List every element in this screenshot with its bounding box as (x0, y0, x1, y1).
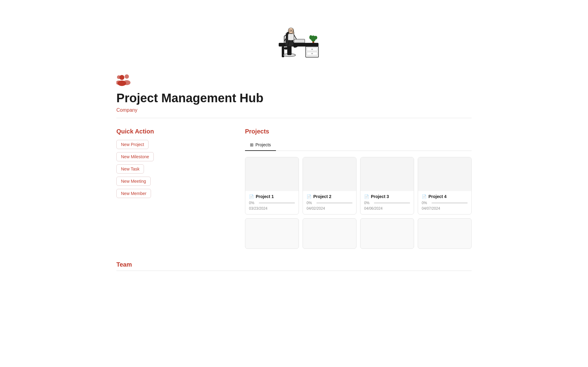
project-progress-row-3: 0% (364, 201, 410, 205)
tab-projects-label: Projects (255, 142, 271, 147)
progress-bar-bg-4 (432, 202, 468, 204)
projects-grid: 📄 Project 1 0% 03/23/2024 (245, 157, 472, 215)
new-milestone-button[interactable]: New Milestone (116, 152, 154, 161)
grid-icon: ⊞ (250, 142, 254, 147)
svg-line-19 (294, 35, 296, 39)
progress-bar-bg-3 (374, 202, 410, 204)
project-date-4: 04/07/2024 (422, 206, 468, 211)
project-card-3[interactable]: 📄 Project 3 0% 04/06/2024 (360, 157, 414, 215)
project-card-title-2: 📄 Project 2 (307, 194, 352, 199)
progress-bar-bg-1 (259, 202, 295, 204)
quick-action-list: New Project New Milestone New Task New M… (116, 140, 233, 198)
svg-rect-0 (279, 43, 318, 47)
project-card-body-4: 📄 Project 4 0% 04/07/2024 (418, 191, 471, 214)
svg-point-28 (314, 36, 317, 39)
new-meeting-button[interactable]: New Meeting (116, 177, 151, 186)
project-progress-row-2: 0% (307, 201, 352, 205)
project-name-2: Project 2 (313, 194, 331, 199)
team-icon (116, 73, 132, 86)
team-title: Team (116, 261, 472, 268)
project-card-partial-1[interactable] (245, 218, 299, 249)
projects-tab-bar: ⊞ Projects (245, 140, 472, 151)
page-container: Project Management Hub Company Quick Act… (92, 0, 496, 295)
project-card-body-2: 📄 Project 2 0% 04/02/2024 (303, 191, 356, 214)
projects-section: Projects ⊞ Projects 📄 Project 1 (245, 128, 472, 249)
progress-bar-bg-2 (316, 202, 352, 204)
svg-point-33 (125, 74, 129, 79)
project-card-title-4: 📄 Project 4 (422, 194, 468, 199)
main-content: Quick Action New Project New Milestone N… (116, 128, 472, 249)
project-card-title-1: 📄 Project 1 (249, 194, 295, 199)
project-date-3: 04/06/2024 (364, 206, 410, 211)
svg-point-22 (284, 47, 288, 50)
page-subtitle: Company (116, 107, 472, 113)
progress-pct-4: 0% (422, 201, 429, 205)
desk-illustration (260, 12, 328, 64)
quick-action-title: Quick Action (116, 128, 233, 135)
project-name-1: Project 1 (256, 194, 274, 199)
svg-point-34 (117, 75, 121, 79)
svg-rect-17 (288, 34, 294, 40)
header-divider (116, 118, 472, 118)
project-card-image-1 (245, 157, 299, 191)
svg-rect-24 (294, 39, 305, 43)
page-icon (116, 73, 472, 88)
svg-point-7 (311, 53, 313, 54)
svg-point-27 (309, 35, 312, 39)
project-date-2: 04/02/2024 (307, 206, 352, 211)
project-card-2[interactable]: 📄 Project 2 0% 04/02/2024 (303, 157, 356, 215)
project-card-title-3: 📄 Project 3 (364, 194, 410, 199)
file-icon-2: 📄 (307, 194, 311, 199)
project-card-1[interactable]: 📄 Project 1 0% 03/23/2024 (245, 157, 299, 215)
file-icon-1: 📄 (249, 194, 254, 199)
project-progress-row-1: 0% (249, 201, 295, 205)
svg-point-6 (311, 49, 313, 50)
tab-projects[interactable]: ⊞ Projects (245, 140, 276, 151)
quick-action-column: Quick Action New Project New Milestone N… (116, 128, 233, 198)
project-card-4[interactable]: 📄 Project 4 0% 04/07/2024 (418, 157, 472, 215)
page-title: Project Management Hub (116, 91, 472, 105)
project-progress-row-4: 0% (422, 201, 468, 205)
new-member-button[interactable]: New Member (116, 189, 151, 198)
team-section: Team (116, 261, 472, 271)
project-name-4: Project 4 (428, 194, 447, 199)
svg-point-36 (123, 80, 130, 85)
progress-pct-2: 0% (307, 201, 314, 205)
project-card-image-3 (360, 157, 414, 191)
new-project-button[interactable]: New Project (116, 140, 149, 149)
project-card-image-4 (418, 157, 471, 191)
project-name-3: Project 3 (371, 194, 389, 199)
project-date-1: 03/23/2024 (249, 206, 295, 211)
project-card-partial-3[interactable] (360, 218, 414, 249)
progress-pct-3: 0% (364, 201, 371, 205)
project-card-partial-4[interactable] (418, 218, 472, 249)
svg-rect-9 (287, 45, 292, 55)
file-icon-3: 📄 (364, 194, 369, 199)
project-card-image-2 (303, 157, 356, 191)
project-card-body-1: 📄 Project 1 0% 03/23/2024 (245, 191, 299, 214)
project-card-partial-2[interactable] (303, 218, 356, 249)
team-divider (116, 271, 472, 271)
file-icon-4: 📄 (422, 194, 427, 199)
progress-pct-1: 0% (249, 201, 256, 205)
projects-title: Projects (245, 128, 472, 135)
projects-grid-second-row (245, 218, 472, 249)
hero-illustration (116, 0, 472, 73)
new-task-button[interactable]: New Task (116, 164, 144, 174)
project-card-body-3: 📄 Project 3 0% 04/06/2024 (360, 191, 414, 214)
